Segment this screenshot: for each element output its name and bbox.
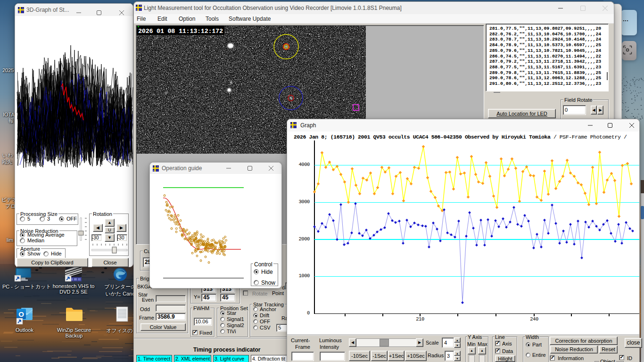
svg-text:2026 01 08 11:13:12:172: 2026 01 08 11:13:12:172	[138, 28, 223, 35]
svg-text:0: 0	[307, 310, 310, 316]
svg-text:210: 210	[416, 316, 424, 322]
svg-text:240: 240	[530, 316, 538, 322]
svg-text:1000: 1000	[298, 273, 310, 279]
svg-text:3000: 3000	[298, 199, 310, 205]
svg-text:2000: 2000	[298, 236, 310, 242]
svg-text:4000: 4000	[298, 162, 310, 167]
svg-text:O: O	[18, 310, 24, 318]
